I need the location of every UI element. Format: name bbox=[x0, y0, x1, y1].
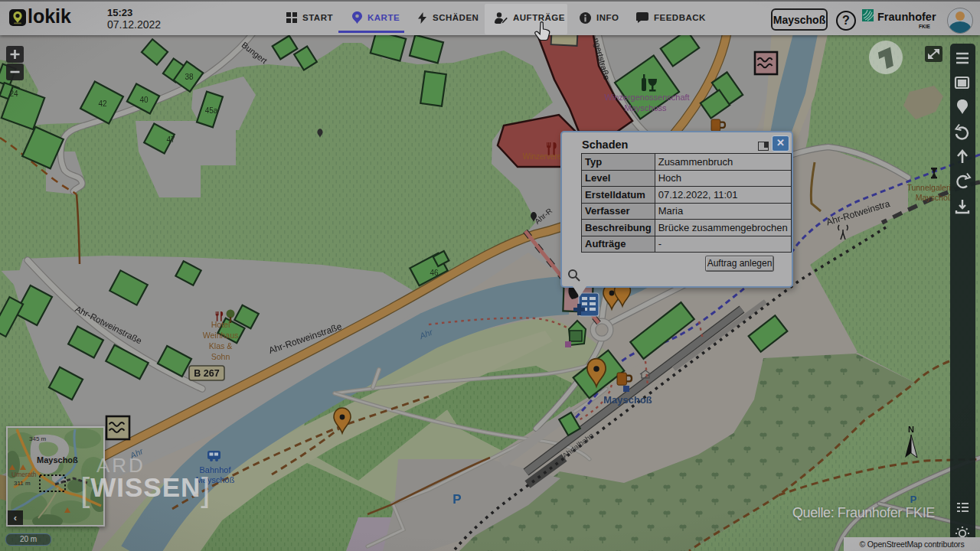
svg-text:Umerath: Umerath bbox=[11, 471, 37, 478]
svg-text:Mayschoß: Mayschoß bbox=[37, 455, 78, 465]
svg-text:345 m: 345 m bbox=[29, 435, 47, 442]
svg-text:311 m: 311 m bbox=[14, 480, 31, 487]
